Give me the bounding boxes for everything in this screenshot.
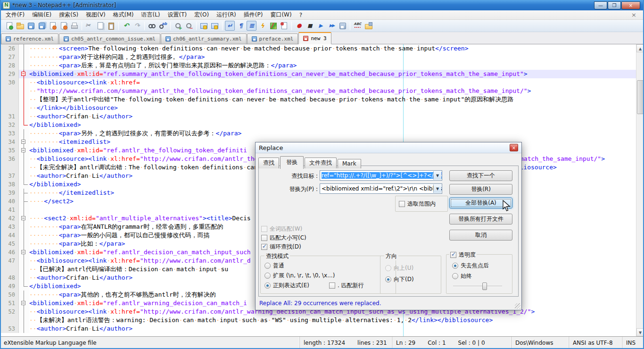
menu-item-7[interactable]: 宏(O) (190, 10, 213, 20)
fold-margin[interactable] (19, 265, 29, 274)
line-number[interactable] (0, 95, 19, 104)
line-number[interactable]: 40 (0, 197, 19, 206)
fold-margin[interactable] (19, 299, 29, 307)
fold-margin[interactable] (19, 291, 29, 299)
cancel-button[interactable]: 取消 (449, 230, 512, 241)
line-number[interactable]: 50 (0, 291, 19, 299)
fold-margin[interactable] (19, 231, 29, 240)
fold-margin[interactable] (19, 53, 29, 61)
spell-check-icon[interactable] (353, 21, 363, 31)
open-containing-folder-icon[interactable] (363, 21, 373, 31)
fold-margin[interactable] (19, 257, 29, 265)
line-number[interactable]: 31 (0, 112, 19, 121)
fold-margin[interactable] (19, 206, 29, 214)
dot-matches-newline-checkbox[interactable]: . 匹配新行 (329, 282, 364, 290)
find-what-input[interactable]: ref="http://.+?/([\w_]+)/?">[^<>]+?</lin… (320, 170, 442, 181)
transparency-on-losing-focus-radio[interactable]: 失去焦点后 (452, 262, 489, 270)
wrap-around-checkbox[interactable]: 循环查找(D) (261, 243, 301, 251)
line-number[interactable]: 53 (0, 324, 19, 333)
line-number[interactable] (0, 87, 19, 95)
fold-margin[interactable] (19, 95, 29, 104)
find-next-button[interactable]: 查找下一个 (449, 170, 512, 181)
fold-margin[interactable] (19, 121, 29, 129)
fold-margin[interactable] (19, 146, 29, 155)
menu-item-8[interactable]: 运行(R) (213, 10, 240, 20)
dialog-title-bar[interactable]: Replace × (256, 142, 521, 153)
line-number[interactable]: 30 (0, 78, 19, 87)
word-wrap-icon[interactable] (225, 21, 235, 31)
doc-tab-reference.xml[interactable]: reference.xml (1, 33, 58, 44)
line-number[interactable]: 46 (0, 248, 19, 257)
line-number[interactable]: 37 (0, 172, 19, 180)
close-button[interactable]: × (621, 1, 640, 9)
fold-margin[interactable] (19, 104, 29, 112)
save-all-icon[interactable] (37, 21, 47, 31)
paste-icon[interactable] (106, 21, 116, 31)
line-number[interactable]: 34 (0, 138, 19, 146)
zoom-out-icon[interactable] (184, 21, 194, 31)
match-case-checkbox[interactable]: 匹配大小写(C) (261, 234, 306, 242)
open-file-icon[interactable] (15, 21, 25, 31)
fold-margin[interactable] (19, 129, 29, 138)
save-recorded-macro-icon[interactable] (338, 21, 347, 31)
fold-margin[interactable] (19, 240, 29, 248)
stop-recording-icon[interactable] (305, 21, 315, 31)
redo-icon[interactable] (132, 21, 142, 31)
playback-icon[interactable] (316, 21, 326, 31)
replace-all-open-docs-button[interactable]: 替换所有打开文件 (449, 214, 512, 224)
fold-margin[interactable] (19, 87, 29, 95)
menu-item-1[interactable]: 编辑(E) (28, 10, 55, 20)
line-number[interactable]: 42 (0, 214, 19, 223)
start-recording-icon[interactable] (294, 21, 304, 31)
close-all-icon[interactable] (58, 21, 68, 31)
line-number[interactable]: 49 (0, 282, 19, 291)
line-number[interactable]: 45 (0, 240, 19, 248)
replace-with-input[interactable]: <bibliomixed xml:id="ref.\2">\r\n <bibli… (320, 183, 442, 194)
document-map-icon[interactable] (268, 21, 278, 31)
replace-button[interactable]: 替换(R) (449, 184, 512, 195)
close-document-icon[interactable]: × (628, 11, 639, 18)
fold-margin[interactable] (19, 78, 29, 87)
fold-margin[interactable] (19, 214, 29, 223)
copy-icon[interactable] (95, 21, 105, 31)
title-bar[interactable]: *new 3 - Notepad++ [Administrator] — ❐ × (0, 0, 644, 10)
mode-regex-radio[interactable]: 正则表达式(E) (264, 282, 309, 290)
menu-item-6[interactable]: 设置(T) (164, 10, 191, 20)
line-number[interactable]: 29 (0, 70, 19, 78)
tab-replace[interactable]: 替换 (280, 156, 304, 169)
show-indent-guide-icon[interactable] (247, 21, 256, 31)
transparency-slider[interactable] (453, 282, 502, 291)
fold-margin[interactable] (19, 163, 29, 172)
line-number[interactable]: 43 (0, 223, 19, 231)
menu-item-5[interactable]: 语言(L) (138, 10, 164, 20)
tab-find-in-files[interactable]: 文件查找 (305, 158, 337, 168)
scrollbar-thumb[interactable] (637, 80, 644, 114)
line-number[interactable]: 26 (0, 44, 19, 53)
fold-margin[interactable] (19, 248, 29, 257)
line-number[interactable]: 41 (0, 206, 19, 214)
tab-mark[interactable]: Mark (338, 159, 361, 168)
fold-margin[interactable] (19, 197, 29, 206)
in-selection-checkbox[interactable]: 选取范围内 (399, 200, 436, 208)
menu-item-2[interactable]: 搜索(S) (55, 10, 82, 20)
doc-tab-new-3[interactable]: new 3 (298, 32, 331, 44)
sync-vertical-scrolling-icon[interactable] (199, 21, 209, 31)
fold-margin[interactable] (19, 138, 29, 146)
sync-horizontal-scrolling-icon[interactable] (210, 21, 220, 31)
line-number[interactable]: 51 (0, 299, 19, 307)
fold-margin[interactable] (19, 172, 29, 180)
find-dropdown-icon[interactable]: ▼ (433, 171, 441, 180)
menu-item-4[interactable]: 格式(M) (109, 10, 138, 20)
resize-grip[interactable] (515, 303, 520, 309)
line-number[interactable]: 35 (0, 146, 19, 155)
fold-margin[interactable] (19, 223, 29, 231)
tab-find[interactable]: 查找 (258, 158, 279, 168)
fold-margin[interactable] (19, 316, 29, 324)
print-icon[interactable] (69, 21, 79, 31)
mode-extended-radio[interactable]: 扩展 (\n, \r, \t, \0, \x...) (264, 272, 335, 280)
replace-all-button[interactable]: 全部替换(A) (449, 198, 512, 208)
line-number[interactable] (0, 265, 19, 274)
save-icon[interactable] (26, 21, 36, 31)
function-list-icon[interactable] (257, 21, 267, 31)
menu-item-0[interactable]: 文件(F) (2, 10, 28, 20)
